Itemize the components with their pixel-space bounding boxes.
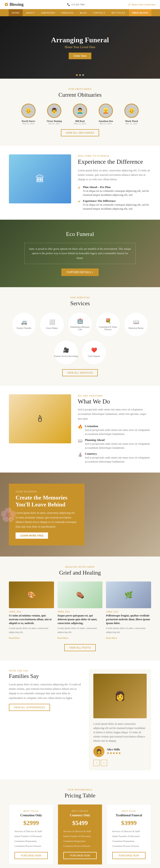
service-icon-4: 💐	[105, 318, 111, 324]
pricing-features-1: Services of Director & Staff Initial Tra…	[14, 829, 48, 848]
obit-card-5[interactable]: 👴 Mark Wood Dec 22, 2021	[120, 103, 143, 125]
obit-name-4: Jonathan Doe	[95, 120, 117, 122]
testimonial-prev-button[interactable]: ‹	[93, 760, 99, 766]
grief-article-title-2: Itaque porro quisquam est, qui dolorem i…	[57, 614, 103, 625]
grief-readmore-1[interactable]: Read More	[9, 637, 20, 639]
testimonial-avatar: 👩	[93, 746, 105, 757]
pricing-section: Our Affordable Pricing Table BEST VALUE …	[0, 779, 160, 868]
pricing-cta-2[interactable]: Purchase Now	[63, 852, 97, 859]
families-title: Families Say	[9, 673, 82, 680]
logo[interactable]: ✿ Blessing	[4, 2, 24, 7]
services-section: Our Services Services 🚐 Funeral Transfer…	[0, 287, 160, 385]
nav-services[interactable]: SERVICES	[58, 9, 77, 16]
obit-date-3: May 22, 2021	[69, 122, 91, 125]
obit-card-2[interactable]: 👨 Victor Deming Feb 22, 2021	[43, 103, 65, 125]
nav-blog[interactable]: BLOG	[77, 9, 90, 16]
grief-image-2: ⚰️	[57, 582, 103, 608]
grief-readmore-3[interactable]: Read More	[106, 637, 117, 639]
obit-card-4[interactable]: 👱 Jonathan Doe Mar 12, 2021	[95, 103, 117, 125]
obit-name-2: Victor Deming	[43, 120, 65, 122]
service-card-6[interactable]: 🎥 Funeral Service Recording	[54, 340, 78, 365]
logo-icon: ✿	[4, 2, 8, 7]
services-grid: 🚐 Funeral Transfer ⬜ Grave Maker 🏥 Embal…	[9, 312, 151, 365]
service-card-1[interactable]: 🚐 Funeral Transfer	[12, 312, 36, 337]
eco-section: Eco Funeral Samc is proud to offer green…	[0, 220, 160, 287]
service-icon-6: 🎥	[63, 347, 69, 353]
obit-name-5: Mark Wood	[120, 120, 143, 122]
view-all-services-button[interactable]: View All Services	[62, 369, 98, 376]
pricing-cta-3[interactable]: Purchase Now	[112, 852, 146, 859]
check-icon-1: ✔	[78, 186, 81, 190]
families-inner: Note The Say Families Say Lorem ipsum do…	[9, 669, 151, 770]
hero-dot-2[interactable]	[79, 74, 81, 76]
wwd-feature-1: 🔥 Cremation Sed ut perspiciatis unde omn…	[78, 425, 151, 436]
nav-cta-button[interactable]: FREE QUOTE	[129, 9, 151, 16]
whatwedo-image: 🕯	[9, 394, 71, 443]
service-icon-7: ❤️	[91, 347, 97, 353]
obit-avatar-1: 👴	[21, 103, 36, 118]
grief-category-3: APRIL 2021	[106, 611, 151, 613]
view-all-posts-button[interactable]: View All Posts	[64, 644, 95, 651]
wwd-feature-title-3: Cemetery	[85, 452, 151, 456]
hero-cta-button[interactable]: Order Now	[69, 53, 91, 59]
families-left: Note The Say Families Say Lorem ipsum do…	[9, 669, 82, 770]
nav-contact[interactable]: CONTACT	[90, 9, 109, 16]
nav-about[interactable]: ABOUT	[23, 9, 38, 16]
obit-name-1: David Sterry	[17, 120, 40, 122]
wwd-feature-content-2: Planning Ahead Sed ut perspiciatis unde …	[85, 438, 151, 450]
service-name-4: Committed & Venue Flowers	[96, 326, 120, 331]
pricing-card-1: BEST VALUE Cremation Only $2999 Services…	[9, 804, 53, 865]
eco-text: Samc is proud to offer green options for…	[25, 243, 135, 264]
testimonial-review: Lorem ipsum dolor sit amet consectetur a…	[93, 722, 147, 743]
grief-readmore-2[interactable]: Read More	[57, 637, 69, 639]
nav-titles[interactable]: MY TITLES	[109, 9, 128, 16]
cemetery-icon: ⛪	[78, 452, 83, 457]
service-card-3[interactable]: 🏥 Embalming Mortuary Care	[68, 312, 92, 337]
grief-category-1: APRIL 2021	[9, 611, 54, 613]
grief-card-2: ⚰️ APRIL 2021 Itaque porro quisquam est,…	[57, 582, 103, 640]
obit-date-1: Mar 22, 2021	[17, 122, 40, 125]
obit-avatar-3: 👨‍🦱	[73, 103, 87, 118]
service-icon-2: ⬜	[49, 319, 55, 325]
pricing-plan-title-1: Cremation Only	[14, 814, 48, 817]
grief-grid: 🎨 APRIL 2021 Ut enim ad minima veniam, q…	[9, 582, 151, 640]
check-icon-2: ✔	[78, 199, 81, 204]
obituaries-viewall-wrapper: View All Obituaries	[9, 129, 151, 136]
nav-home[interactable]: HOME	[9, 9, 23, 16]
wwd-feature-text-2: Sed ut perspiciatis unde omnis iste natu…	[85, 442, 151, 450]
testimonial-next-button[interactable]: ›	[101, 760, 107, 766]
nav-amenities[interactable]: AMENITIES	[38, 9, 58, 16]
service-card-2[interactable]: ⬜ Grave Maker	[40, 312, 64, 337]
hero-dot-3[interactable]	[82, 74, 84, 76]
hero-dot-1[interactable]	[76, 74, 78, 76]
service-icon-1: 🚐	[21, 319, 27, 325]
service-name-1: Funeral Transfer	[17, 327, 31, 329]
memories-cta-button[interactable]: LEARN MORE FREE	[15, 532, 48, 539]
whatwedo-label: We Are Awesome	[78, 394, 151, 397]
whatwedo-content: We Are Awesome What We Do Sed ut perspic…	[78, 394, 151, 464]
obit-card-3[interactable]: 👨‍🦱 Bill Roof May 22, 2021	[69, 103, 91, 125]
grief-card-1: 🎨 APRIL 2021 Ut enim ad minima veniam, q…	[9, 582, 54, 640]
main-nav: HOME ABOUT AMENITIES SERVICES BLOG CONTA…	[0, 9, 160, 16]
obit-card-1[interactable]: 👴 David Sterry Mar 22, 2021	[17, 103, 40, 125]
experience-section: 🏛 Welcome to funeral Experience the Diff…	[0, 146, 160, 220]
service-card-5[interactable]: 📖 Memorial Books	[124, 312, 148, 337]
obit-name-3: Bill Roof	[69, 120, 91, 122]
header-honor[interactable]: 🕊 Honor Your Loved Ones	[128, 3, 156, 6]
view-all-obituaries-button[interactable]: View All Obituaries	[61, 129, 99, 136]
families-right: 👩 Lorem ipsum dolor sit amet consectetur…	[89, 669, 151, 770]
service-card-7[interactable]: ❤️ Grief Support	[82, 340, 106, 365]
obit-avatar-5: 👴	[124, 103, 139, 118]
site-header: ✿ Blessing 📞 133 458 7890 🕊 Honor Your L…	[0, 0, 160, 9]
wwd-feature-text-3: Sed ut perspiciatis unde omnis iste natu…	[85, 456, 151, 464]
grief-title: Grief and Healing	[9, 569, 151, 576]
view-all-experiences-button[interactable]: View All Experiences	[9, 704, 50, 711]
experience-content: Welcome to funeral Experience the Differ…	[78, 154, 151, 211]
header-phone[interactable]: 📞 133 458 7890	[67, 3, 85, 6]
pricing-cta-1[interactable]: Purchase Now	[14, 852, 48, 859]
eco-details-button[interactable]: Further Details >	[61, 269, 99, 276]
service-card-4[interactable]: 💐 Committed & Venue Flowers	[96, 312, 120, 337]
whatwedo-section: 🕯 We Are Awesome What We Do Sed ut persp…	[0, 385, 160, 472]
grief-card-3: 🌿 APRIL 2021 Pellentesque feugiat, quaft…	[106, 582, 151, 640]
services-title: Services	[9, 300, 151, 307]
